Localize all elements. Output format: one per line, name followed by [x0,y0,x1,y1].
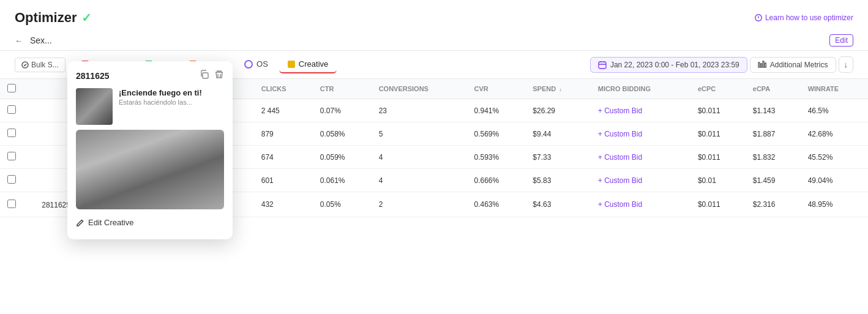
creative-popup: 2811625 ¡Enciende fuego en ti! Estarás h… [67,61,233,239]
popup-header: 2811625 [76,70,224,82]
row-checkbox[interactable] [0,169,34,192]
row-ctr: 0.058% [313,122,372,146]
col-clicks: CLICKS [254,79,313,99]
row-ecpc: $0.011 [690,122,746,146]
edit-creative-button[interactable]: Edit Creative [76,214,224,231]
row-ecpc: $0.01 [690,169,746,192]
row-winrate: 45.52% [801,146,868,169]
col-conversions: CONVERSIONS [372,79,467,99]
download-button[interactable]: ↓ [839,56,854,73]
svg-rect-5 [763,61,764,67]
row-conversions: 23 [372,99,467,122]
tab-creative[interactable]: Creative [279,56,337,73]
toolbar: ← Sex... Edit [0,31,868,51]
row-ctr: 0.061% [313,169,372,192]
row-clicks: 601 [254,169,313,192]
row-clicks: 2 445 [254,99,313,122]
app-title: Optimizer ✓ [15,10,92,26]
campaign-name: Sex... [30,36,52,45]
row-micro-bidding[interactable]: + Custom Bid [591,169,690,192]
col-checkbox [0,79,34,99]
row-conversions: 5 [372,122,467,146]
popup-large-image [76,130,224,209]
row-ecpa: $1.143 [746,99,801,122]
row-ctr: 0.05% [313,192,372,217]
back-button[interactable]: ← [15,36,23,45]
row-ctr: 0.07% [313,99,372,122]
row-clicks: 879 [254,122,313,146]
row-ecpc: $0.011 [690,99,746,122]
col-spend: SPEND ↓ [525,79,591,99]
row-checkbox[interactable] [0,146,34,169]
row-winrate: 48.95% [801,192,868,217]
popup-large-image-content [76,130,224,209]
row-ctr: 0.059% [313,146,372,169]
col-winrate: WINRATE [801,79,868,99]
edit-button[interactable]: Edit [829,34,853,47]
col-ctr: CTR [313,79,372,99]
row-clicks: 674 [254,146,313,169]
row-cvr: 0.569% [467,122,526,146]
row-cvr: 0.463% [467,192,526,217]
row-winrate: 42.68% [801,122,868,146]
svg-rect-9 [203,73,208,78]
title-text: Optimizer [15,10,77,26]
row-spend: $26.29 [525,99,591,122]
row-spend: $7.33 [525,146,591,169]
learn-link[interactable]: Learn how to use optimizer [754,13,853,22]
row-conversions: 2 [372,192,467,217]
row-conversions: 4 [372,146,467,169]
row-clicks: 432 [254,192,313,217]
svg-rect-4 [760,64,761,67]
row-ecpc: $0.011 [690,192,746,217]
additional-metrics-button[interactable]: Additional Metrics [750,57,836,73]
row-ecpa: $1.459 [746,169,801,192]
svg-rect-6 [765,63,766,67]
os-dot [244,60,253,69]
row-conversions: 4 [372,169,467,192]
creative-dot [288,61,295,68]
check-icon: ✓ [81,10,92,25]
row-cvr: 0.666% [467,169,526,192]
popup-thumbnail [76,88,113,125]
tab-os[interactable]: OS [236,56,277,73]
row-spend: $5.83 [525,169,591,192]
spend-sort-icon: ↓ [559,86,562,92]
row-winrate: 46.5% [801,99,868,122]
popup-preview-row: ¡Enciende fuego en ti! Estarás haciéndol… [76,88,224,125]
popup-id: 2811625 [76,71,110,81]
row-winrate: 49.04% [801,169,868,192]
row-ecpa: $1.832 [746,146,801,169]
col-ecpa: eCPA [746,79,801,99]
copy-icon[interactable] [200,70,209,82]
row-spend: $4.63 [525,192,591,217]
popup-ad-subtitle: Estarás haciéndolo las... [119,99,202,106]
col-cvr: CVR [467,79,526,99]
bulk-select-button[interactable]: Bulk S... [15,58,65,72]
svg-rect-2 [599,62,606,69]
row-checkbox[interactable] [0,192,34,217]
header: Optimizer ✓ Learn how to use optimizer [0,0,868,31]
svg-rect-3 [758,62,760,67]
popup-ad-title: ¡Enciende fuego en ti! [119,88,202,97]
row-micro-bidding[interactable]: + Custom Bid [591,122,690,146]
row-checkbox[interactable] [0,99,34,122]
select-all-checkbox[interactable] [7,84,16,92]
row-micro-bidding[interactable]: + Custom Bid [591,146,690,169]
row-ecpa: $1.887 [746,122,801,146]
row-checkbox[interactable] [0,122,34,146]
row-ecpa: $2.316 [746,192,801,217]
row-cvr: 0.593% [467,146,526,169]
popup-ad-info: ¡Enciende fuego en ti! Estarás haciéndol… [119,88,202,106]
col-micro-bidding: MICRO BIDDING [591,79,690,99]
trash-icon[interactable] [214,70,224,82]
row-micro-bidding[interactable]: + Custom Bid [591,192,690,217]
col-ecpc: eCPC [690,79,746,99]
row-micro-bidding[interactable]: + Custom Bid [591,99,690,122]
row-spend: $9.44 [525,122,591,146]
row-cvr: 0.941% [467,99,526,122]
row-ecpc: $0.011 [690,146,746,169]
date-range-button[interactable]: Jan 22, 2023 0:00 - Feb 01, 2023 23:59 [590,57,747,73]
popup-action-icons [200,70,224,82]
